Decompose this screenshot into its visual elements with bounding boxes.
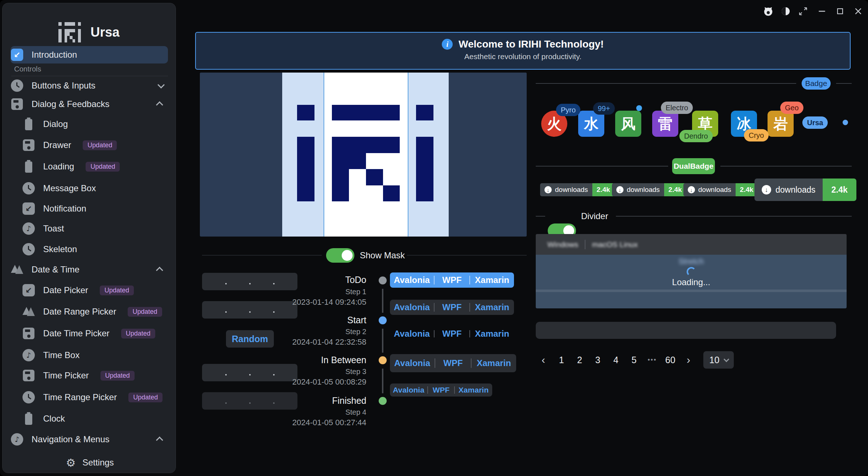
last-page-button[interactable]: 60 [663, 352, 678, 368]
step-sub: Step 1 [287, 288, 366, 296]
option-wpf[interactable]: WPF [428, 386, 454, 394]
option-xamarin[interactable]: Xamarin [470, 302, 514, 312]
badge-count: 99+ [593, 102, 615, 115]
masked-row [536, 290, 847, 292]
floppy-icon [22, 369, 35, 382]
sidebar-group-navigation-menus[interactable]: Navigation & Menus [11, 431, 168, 448]
sidebar-item-clock[interactable]: Clock [11, 410, 168, 427]
sidebar-item-time-range-picker[interactable]: Time Range Picker Updated [11, 389, 168, 406]
sidebar-item-time-box[interactable]: Time Box [11, 346, 168, 364]
download-icon: ↓ [616, 186, 624, 193]
dual-badge: ↓downloads 2.4k [540, 183, 614, 196]
badge-standalone-dot [843, 120, 848, 125]
divider-line [616, 216, 852, 217]
option-wpf[interactable]: WPF [435, 358, 471, 368]
time-box-input[interactable] [202, 273, 297, 290]
battery-icon [22, 412, 35, 425]
sidebar-item-date-range-picker[interactable]: Date Range Picker Updated [11, 303, 168, 320]
element-geo: 岩 [768, 111, 794, 137]
sidebar-group-dialog-feedbacks[interactable]: Dialog & Feedbacks [11, 95, 168, 113]
github-button[interactable] [762, 5, 774, 17]
divider-line [536, 166, 668, 167]
selection-group-primary: Avalonia WPF Xamarin [390, 272, 514, 288]
option-wpf[interactable]: WPF [435, 302, 470, 312]
badge-cryo: Cryo [744, 129, 769, 141]
chevron-up-icon [156, 101, 163, 108]
chevron-down-icon [724, 356, 729, 362]
close-button[interactable] [852, 5, 864, 17]
arrow-square-icon [22, 202, 35, 215]
settings-button[interactable]: Settings [3, 452, 176, 473]
option-avalonia[interactable]: Avalonia [390, 329, 434, 339]
more-pages-icon[interactable]: ••• [645, 352, 660, 368]
sidebar-item-dialog[interactable]: Dialog [11, 115, 168, 133]
masked-content-label: Stretch [536, 255, 847, 266]
mask-handle[interactable] [324, 73, 324, 237]
tab-windows[interactable]: Windows [541, 240, 585, 249]
step-date: 2024-01-05 00:08:29 [258, 377, 366, 387]
trees-icon [11, 263, 24, 276]
app-header: Ursa [3, 22, 176, 42]
option-avalonia[interactable]: Avalonia [390, 386, 427, 394]
page-button[interactable]: 1 [554, 352, 569, 368]
next-page-button[interactable]: › [681, 352, 696, 368]
step-name: Start [287, 315, 366, 325]
step-connector [382, 289, 383, 313]
theme-toggle-button[interactable] [779, 5, 792, 17]
minimize-button[interactable] [816, 5, 828, 17]
option-wpf[interactable]: WPF [435, 275, 470, 285]
sidebar-item-skeleton[interactable]: Skeleton [11, 241, 168, 258]
download-icon: ↓ [762, 185, 771, 194]
text-input[interactable] [536, 322, 836, 339]
option-avalonia[interactable]: Avalonia [390, 275, 434, 285]
sidebar-item-introduction[interactable]: Introduction [11, 46, 168, 63]
option-xamarin[interactable]: Xamarin [470, 329, 514, 339]
sidebar-item-drawer[interactable]: Drawer Updated [11, 136, 168, 154]
sidebar-item-time-picker[interactable]: Time Picker Updated [11, 367, 168, 384]
page-button[interactable]: 2 [572, 352, 587, 368]
page-button[interactable]: 3 [590, 352, 605, 368]
sidebar-item-date-picker[interactable]: Date Picker Updated [11, 282, 168, 299]
updated-badge: Updated [121, 329, 155, 338]
sidebar-item-notification[interactable]: Notification [11, 200, 168, 217]
chevron-up-icon [156, 436, 163, 444]
mask-dark-band [449, 73, 527, 237]
prev-page-button[interactable]: ‹ [536, 352, 551, 368]
show-mask-toggle[interactable] [326, 248, 354, 263]
divider-label: Divider [581, 211, 608, 221]
step-date: 2024-01-04 22:32:58 [258, 337, 366, 347]
option-xamarin[interactable]: Xamarin [455, 386, 492, 394]
sidebar-group-buttons-inputs[interactable]: Buttons & Inputs [11, 77, 168, 94]
minimize-icon [817, 7, 827, 16]
badge-electro: Electro [661, 102, 693, 114]
mask-handle[interactable] [408, 73, 408, 237]
tab-macos-linux[interactable]: macOS Linux [585, 240, 644, 249]
step-connector [382, 369, 383, 393]
gear-icon [64, 456, 77, 469]
updated-badge: Updated [83, 140, 117, 150]
option-xamarin[interactable]: Xamarin [470, 275, 514, 285]
sidebar-item-loading[interactable]: Loading Updated [11, 158, 168, 175]
show-mask-label: Show Mask [360, 250, 405, 260]
selection-group-dark: Avalonia WPF Xamarin [390, 300, 514, 315]
page-button[interactable]: 4 [608, 352, 624, 368]
maximize-button[interactable] [834, 5, 846, 17]
page-button[interactable]: 5 [626, 352, 642, 368]
floppy-icon [22, 327, 35, 340]
irihi-logo-icon [58, 22, 81, 42]
spinner-icon [687, 267, 696, 276]
option-wpf[interactable]: WPF [435, 329, 470, 339]
option-avalonia[interactable]: Avalonia [390, 358, 435, 368]
github-icon [763, 6, 774, 17]
sidebar-item-date-time-picker[interactable]: Date Time Picker Updated [11, 325, 168, 342]
sidebar-item-toast[interactable]: Toast [11, 220, 168, 237]
trees-icon [22, 305, 35, 318]
tab-strip: Windows macOS Linux [536, 234, 847, 255]
dual-badge: ↓downloads 2.4k [683, 183, 758, 196]
sidebar-item-message-box[interactable]: Message Box [11, 180, 168, 197]
fullscreen-button[interactable] [797, 5, 809, 17]
page-size-select[interactable]: 10 [703, 351, 734, 369]
option-xamarin[interactable]: Xamarin [472, 358, 516, 368]
sidebar-group-date-time[interactable]: Date & Time [11, 261, 168, 278]
option-avalonia[interactable]: Avalonia [390, 302, 434, 312]
